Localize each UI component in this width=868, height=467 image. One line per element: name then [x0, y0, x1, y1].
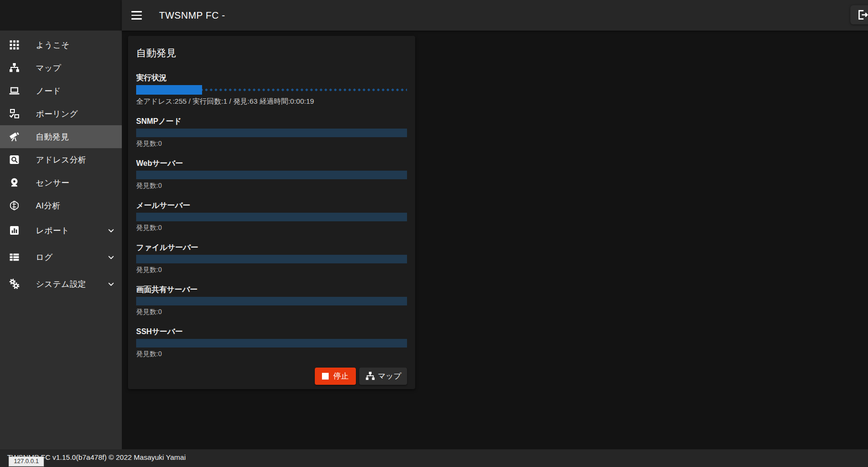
chevron-down-icon — [107, 280, 115, 288]
stop-button-label: 停止 — [333, 371, 349, 381]
discovery-section-label: Webサーバー — [136, 159, 407, 168]
discovery-section-label: SNMPノード — [136, 117, 407, 126]
sidebar-item-label: 自動発見 — [36, 131, 69, 142]
apps-icon — [9, 39, 20, 51]
link-status-tooltip: 127.0.0.1 — [9, 456, 44, 467]
discovery-section-1: Webサーバー 発見数:0 — [136, 159, 407, 190]
sidebar-item-7[interactable]: AI分析 — [0, 194, 122, 217]
sidebar-item-label: マップ — [36, 63, 61, 74]
sidebar-item-label: センサー — [36, 177, 69, 188]
discovery-section-bar — [136, 255, 407, 263]
sidebar-item-label: ようこそ — [36, 40, 70, 51]
discovery-section-bar — [136, 171, 407, 179]
sidebar-item-3[interactable]: ポーリング — [0, 102, 122, 125]
log-list-icon — [9, 251, 20, 263]
app-bar: TWSNMP FC - — [122, 0, 868, 31]
sidebar-item-0[interactable]: ようこそ — [0, 33, 122, 56]
gears-icon — [9, 278, 20, 290]
discovery-count-label: 発見数:0 — [136, 265, 407, 274]
run-status-stats: 全アドレス:255 / 実行回数:1 / 発見:63 経過時間:0:00:19 — [136, 97, 407, 106]
logout-button[interactable] — [850, 5, 868, 24]
discovery-section-4: 画面共有サーバー 発見数:0 — [136, 285, 407, 316]
panel-actions: 停止 マップ — [136, 368, 407, 389]
sensor-icon — [9, 177, 20, 188]
telescope-icon — [9, 131, 20, 142]
discovery-section-2: メールサーバー 発見数:0 — [136, 201, 407, 232]
sidebar-header — [0, 0, 122, 31]
main-content: 自動発見 実行状況 全アドレス:255 / 実行回数:1 / 発見:63 経過時… — [122, 31, 868, 449]
discovery-count-label: 発見数:0 — [136, 139, 407, 148]
auto-discovery-panel: 自動発見 実行状況 全アドレス:255 / 実行回数:1 / 発見:63 経過時… — [128, 36, 415, 389]
status-bar: TWSNMP FC v1.15.0(b7a478f) © 2022 Masayu… — [0, 449, 868, 467]
report-icon — [9, 225, 20, 236]
sidebar-item-4[interactable]: 自動発見 — [0, 125, 122, 148]
discovery-section-label: ファイルサーバー — [136, 243, 407, 252]
chevron-down-icon — [107, 253, 115, 261]
discovery-count-label: 発見数:0 — [136, 223, 407, 232]
sidebar-item-5[interactable]: アドレス分析 — [0, 148, 122, 171]
sidebar-item-9[interactable]: ログ — [0, 244, 122, 271]
discovery-section-label: メールサーバー — [136, 201, 407, 210]
discovery-section-bar — [136, 339, 407, 348]
discovery-section-3: ファイルサーバー 発見数:0 — [136, 243, 407, 274]
chevron-down-icon — [107, 227, 115, 235]
discovery-count-label: 発見数:0 — [136, 307, 407, 316]
stop-button[interactable]: 停止 — [315, 368, 356, 385]
stop-square-icon — [322, 373, 329, 380]
sidebar-item-label: AI分析 — [36, 200, 60, 211]
run-progress-buffer-dots — [202, 85, 407, 95]
polling-icon — [9, 108, 20, 119]
sidebar-item-label: ノード — [36, 86, 61, 97]
logout-icon — [857, 9, 868, 21]
sidebar: ようこそ マップ ノード ポーリング — [0, 0, 122, 449]
address-search-icon — [9, 154, 20, 165]
discovery-section-5: SSHサーバー 発見数:0 — [136, 327, 407, 358]
map-button[interactable]: マップ — [359, 368, 407, 385]
sidebar-item-label: システム設定 — [36, 279, 86, 290]
sidebar-item-1[interactable]: マップ — [0, 56, 122, 79]
discovery-section-label: 画面共有サーバー — [136, 285, 407, 294]
map-button-label: マップ — [378, 371, 401, 381]
run-status-label: 実行状況 — [136, 73, 407, 82]
discovery-section-0: SNMPノード 発見数:0 — [136, 117, 407, 148]
discovery-section-bar — [136, 213, 407, 221]
discovery-section-label: SSHサーバー — [136, 327, 407, 336]
sidebar-item-8[interactable]: レポート — [0, 217, 122, 244]
sitemap-icon — [365, 371, 375, 381]
run-progress-fill — [136, 85, 202, 95]
sidebar-item-10[interactable]: システム設定 — [0, 271, 122, 297]
sidebar-item-label: レポート — [36, 225, 69, 236]
panel-title: 自動発見 — [136, 36, 407, 59]
sitemap-icon — [9, 62, 20, 74]
laptop-icon — [9, 85, 20, 97]
discovery-count-label: 発見数:0 — [136, 181, 407, 190]
discovery-count-label: 発見数:0 — [136, 349, 407, 358]
brain-icon — [9, 200, 20, 211]
sidebar-item-label: アドレス分析 — [36, 154, 86, 165]
sidebar-item-label: ポーリング — [36, 109, 78, 119]
sidebar-item-2[interactable]: ノード — [0, 79, 122, 102]
sidebar-item-label: ログ — [36, 252, 53, 263]
discovery-section-bar — [136, 297, 407, 305]
hamburger-menu-icon[interactable] — [131, 11, 142, 20]
discovery-section-bar — [136, 129, 407, 137]
run-progress-bar — [136, 85, 407, 95]
sidebar-menu: ようこそ マップ ノード ポーリング — [0, 31, 122, 297]
app-title: TWSNMP FC - — [159, 10, 225, 21]
sidebar-item-6[interactable]: センサー — [0, 171, 122, 194]
